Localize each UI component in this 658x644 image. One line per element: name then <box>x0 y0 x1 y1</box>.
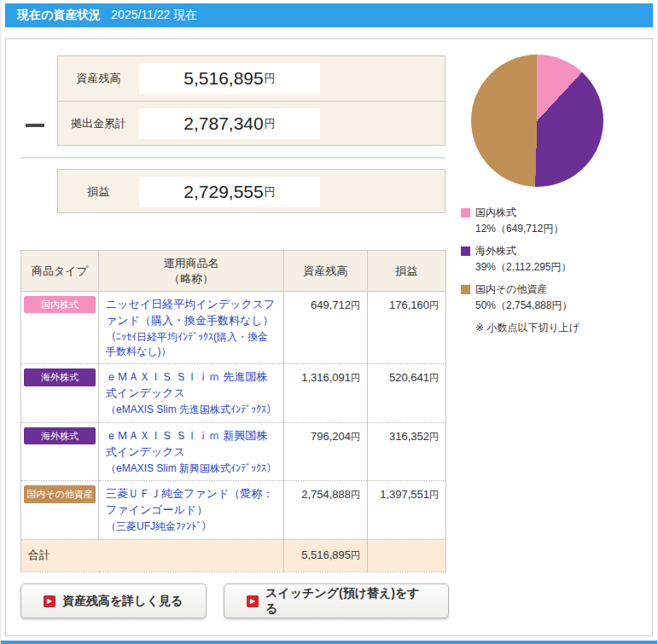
product-type-badge: 国内株式 <box>24 296 96 313</box>
table-header-row: 商品タイプ 運用商品名 （略称） 資産残高 損益 <box>21 251 446 292</box>
balance-value: 5,516,895 <box>183 68 263 89</box>
contributions-label: 拠出金累計 <box>58 116 139 131</box>
view-balance-detail-button[interactable]: ▶ 資産残高を詳しく見る <box>20 583 207 618</box>
legend-label: 国内その他資産 <box>475 282 548 297</box>
product-type-badge: 海外株式 <box>24 368 96 386</box>
action-buttons: ▶ 資産残高を詳しく見る ▶ スイッチング(預け替え)をする <box>20 583 449 618</box>
contributions-value: 2,787,340 <box>183 113 263 134</box>
fund-name-link[interactable]: 三菱ＵＦＪ純金ファンド（愛称：ファインゴールド） <box>106 486 277 519</box>
legend-swatch-purple <box>461 247 470 256</box>
total-gain-empty <box>368 539 446 571</box>
table-row: 国内株式 ニッセイ日経平均インデックスファンド（購入・換金手数料なし） （ﾆｯｾ… <box>21 292 446 364</box>
red-arrow-icon: ▶ <box>44 595 55 607</box>
fund-gain: 316,352円 <box>368 422 446 480</box>
page-header: 現在の資産状況 2025/11/22 現在 <box>5 3 653 27</box>
red-arrow-icon: ▶ <box>247 595 259 607</box>
pie-legend: 国内株式 12%（649,712円） 海外株式 39%（2,112,295円） … <box>461 206 644 335</box>
gain-unit: 円 <box>265 184 276 200</box>
legend-value: 39%（2,112,295円） <box>461 260 644 275</box>
page-bottom-frame <box>1 641 658 644</box>
fund-gain: 1,397,551円 <box>368 481 446 539</box>
product-type-badge: 海外株式 <box>24 427 96 444</box>
summary-row-balance: 資産残高 5,516,895 円 <box>58 56 445 101</box>
total-label: 合計 <box>21 539 284 571</box>
col-header-balance: 資産残高 <box>284 251 368 292</box>
total-balance: 5,516,895円 <box>284 539 368 571</box>
col-header-product-name: 運用商品名 （略称） <box>99 251 284 292</box>
col-header-gain: 損益 <box>368 251 446 292</box>
page-title: 現在の資産状況 <box>17 8 101 23</box>
fund-abbr: （eMAXIS Slim 新興国株式ｲﾝﾃﾞｯｸｽ） <box>106 461 277 476</box>
balance-unit: 円 <box>265 71 276 86</box>
table-row: 海外株式 ｅＭＡＸＩＳ Ｓｌｉｍ 新興国株式インデックス （eMAXIS Sli… <box>21 422 446 480</box>
fund-gain: 176,160円 <box>368 292 446 364</box>
legend-item-foreign-stock: 海外株式 39%（2,112,295円） <box>461 244 644 275</box>
summary-box-gain: 損益 2,729,555 円 <box>57 169 445 213</box>
asset-status-card: 資産残高 5,516,895 円 拠出金累計 2,787,340 円 損益 2,… <box>5 38 653 636</box>
switching-button[interactable]: ▶ スイッチング(預け替え)をする <box>224 583 449 618</box>
summary-row-gain: 損益 2,729,555 円 <box>58 170 445 214</box>
products-table: 商品タイプ 運用商品名 （略称） 資産残高 損益 国内株式 ニッセイ日経平均イン… <box>20 250 446 572</box>
fund-name-link[interactable]: ｅＭＡＸＩＳ Ｓｌｉｍ 新興国株式インデックス <box>106 428 277 461</box>
summary-row-contributions: 拠出金累計 2,787,340 円 <box>58 101 445 145</box>
legend-value: 50%（2,754,888円） <box>461 299 644 313</box>
fund-gain: 520,641円 <box>368 364 446 422</box>
legend-swatch-pink <box>461 208 470 218</box>
contributions-unit: 円 <box>265 116 276 131</box>
summary-box-group: 資産残高 5,516,895 円 拠出金累計 2,787,340 円 <box>57 55 445 146</box>
fund-abbr: （eMAXIS Slim 先進国株式ｲﾝﾃﾞｯｸｽ） <box>106 403 277 417</box>
equals-divider <box>20 157 445 159</box>
table-total-row: 合計 5,516,895円 <box>21 539 446 571</box>
fund-abbr: （ﾆｯｾｲ日経平均ｲﾝﾃﾞｯｸｽ(購入・換金手数料なし)） <box>106 330 277 359</box>
legend-item-domestic-stock: 国内株式 12%（649,712円） <box>461 206 644 236</box>
fund-name-link[interactable]: ニッセイ日経平均インデックスファンド（購入・換金手数料なし） <box>106 297 277 329</box>
gain-value: 2,729,555 <box>183 182 263 202</box>
balance-label: 資産残高 <box>58 71 139 86</box>
asset-allocation-pie-chart <box>471 55 603 187</box>
fund-balance: 649,712円 <box>284 292 368 364</box>
contributions-value-box: 2,787,340 円 <box>139 108 320 139</box>
balance-value-box: 5,516,895 円 <box>139 63 320 94</box>
fund-balance: 796,204円 <box>284 422 368 480</box>
legend-value: 12%（649,712円） <box>461 222 644 236</box>
as-of-date: 2025/11/22 現在 <box>111 8 197 23</box>
fund-balance: 1,316,091円 <box>284 364 368 422</box>
product-type-badge: 国内その他資産 <box>24 485 96 502</box>
rounding-note: ※ 小数点以下切り上げ <box>461 321 644 335</box>
col-header-product-type: 商品タイプ <box>21 251 99 292</box>
table-row: 国内その他資産 三菱ＵＦＪ純金ファンド（愛称：ファインゴールド） （三菱UFJ純… <box>21 481 446 539</box>
fund-name-link[interactable]: ｅＭＡＸＩＳ Ｓｌｉｍ 先進国株式インデックス <box>106 369 277 402</box>
legend-label: 海外株式 <box>475 244 516 258</box>
legend-swatch-brown <box>461 285 470 294</box>
legend-label: 国内株式 <box>475 206 516 220</box>
fund-balance: 2,754,888円 <box>284 481 368 539</box>
legend-item-domestic-other: 国内その他資産 50%（2,754,888円） <box>461 282 644 313</box>
fund-abbr: （三菱UFJ純金ﾌｧﾝﾄﾞ） <box>106 519 277 534</box>
minus-sign <box>26 124 44 127</box>
gain-label: 損益 <box>58 184 139 200</box>
gain-value-box: 2,729,555 円 <box>139 177 320 207</box>
table-row: 海外株式 ｅＭＡＸＩＳ Ｓｌｉｍ 先進国株式インデックス （eMAXIS Sli… <box>21 364 446 422</box>
